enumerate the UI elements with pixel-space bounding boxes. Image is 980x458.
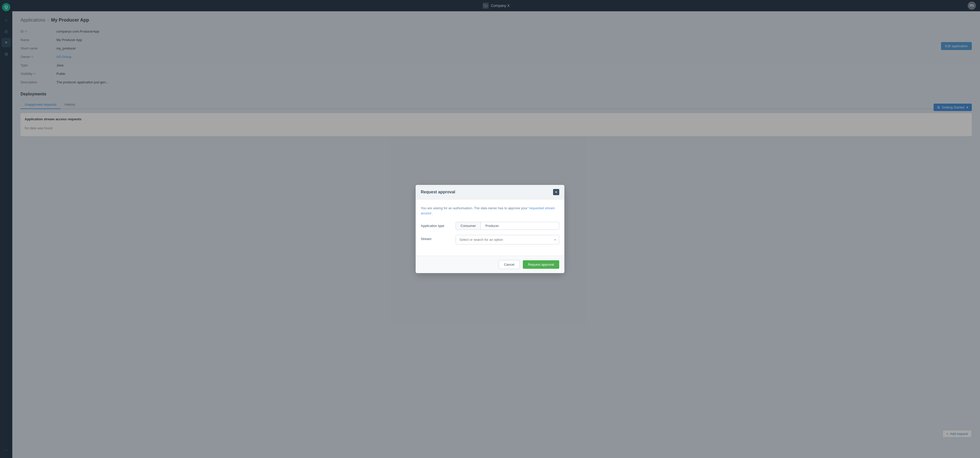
modal-body: You are asking for an authorisation. The… [416,199,564,256]
request-approval-modal: Request approval ✕ You are asking for an… [416,185,564,273]
stream-select-chevron: ▾ [551,238,559,242]
application-type-toggle: Consumer Producer [456,222,559,230]
cancel-button[interactable]: Cancel [499,260,520,269]
stream-row: Stream ▾ [421,235,559,244]
application-type-row: Application type Consumer Producer [421,222,559,230]
application-type-control: Consumer Producer [456,222,559,230]
modal-header: Request approval ✕ [416,185,564,199]
modal-info-link: requested stream access [421,206,555,215]
application-type-label: Application type [421,222,452,228]
modal-title: Request approval [421,190,455,194]
modal-footer: Cancel Request approval [416,256,564,273]
modal-info-text: You are asking for an authorisation. The… [421,206,559,216]
modal-overlay: Request approval ✕ You are asking for an… [0,0,980,458]
stream-control: ▾ [456,235,559,244]
stream-select-wrapper: ▾ [456,235,559,244]
consumer-toggle-button[interactable]: Consumer [456,222,481,229]
modal-close-button[interactable]: ✕ [553,189,559,195]
stream-label: Stream [421,235,452,241]
request-approval-button[interactable]: Request approval [523,260,559,269]
producer-toggle-button[interactable]: Producer [481,222,504,229]
stream-select-input[interactable] [456,235,551,244]
